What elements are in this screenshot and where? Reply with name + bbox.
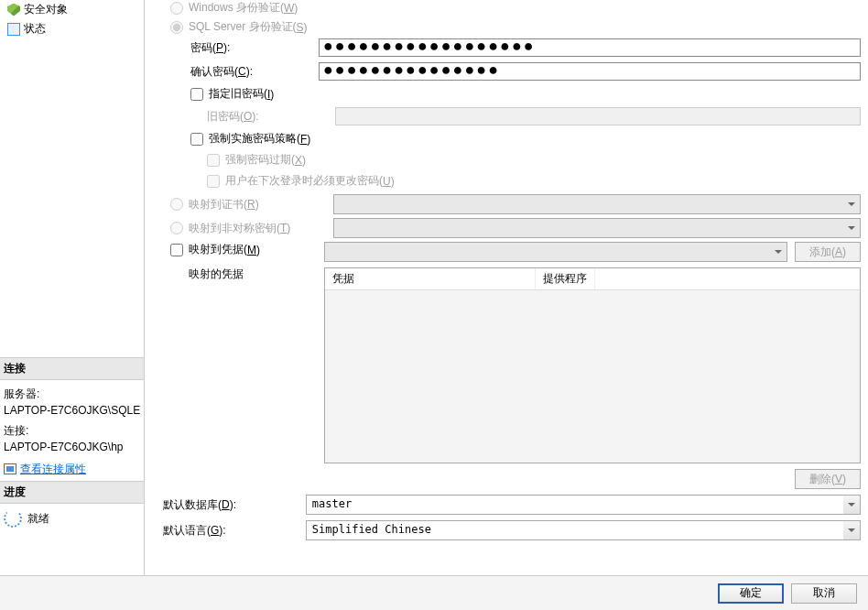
enforce-policy-check[interactable]: 强制实施密码策略(F) xyxy=(190,131,861,147)
confirm-password-label: 确认密码(C): xyxy=(190,64,319,80)
map-cert-combo xyxy=(333,194,861,214)
map-credentials-check[interactable]: 映射到凭据(M) xyxy=(170,242,317,257)
cancel-button[interactable]: 取消 xyxy=(791,583,857,604)
tree-item-label: 安全对象 xyxy=(24,2,68,17)
server-label: 服务器: xyxy=(4,386,140,402)
radio-windows-auth: Windows 身份验证(W) xyxy=(170,0,861,16)
page-tree: 安全对象 状态 xyxy=(0,0,144,357)
default-db-label: 默认数据库(D): xyxy=(163,497,306,513)
chevron-down-icon xyxy=(843,195,860,213)
credentials-grid[interactable]: 凭据 提供程序 xyxy=(324,267,861,463)
conn-value: LAPTOP-E7C6OJKG\hp xyxy=(4,439,140,455)
shield-icon xyxy=(7,4,20,16)
connection-body: 服务器: LAPTOP-E7C6OJKG\SQLE 连接: LAPTOP-E7C… xyxy=(0,380,144,481)
map-asym-combo xyxy=(333,218,861,238)
chevron-down-icon xyxy=(843,219,860,237)
grid-header: 凭据 提供程序 xyxy=(325,268,860,290)
enforce-expire-check: 强制密码过期(X) xyxy=(207,152,861,168)
must-change-checkbox xyxy=(207,175,220,188)
map-credentials-checkbox[interactable] xyxy=(170,244,183,256)
add-button: 添加(A) xyxy=(795,242,861,262)
col-credential: 凭据 xyxy=(325,268,536,289)
view-connection-properties-link[interactable]: 查看连接属性 xyxy=(4,461,140,477)
chevron-down-icon xyxy=(770,243,787,261)
progress-header: 进度 xyxy=(0,481,144,504)
col-provider: 提供程序 xyxy=(536,268,595,289)
properties-icon xyxy=(4,463,16,474)
specify-old-password-checkbox[interactable] xyxy=(190,88,203,101)
default-lang-label: 默认语言(G): xyxy=(163,523,306,539)
chevron-down-icon[interactable] xyxy=(843,496,860,514)
combo-value: Simplified Chinese xyxy=(307,521,843,539)
left-sidebar: 安全对象 状态 连接 服务器: LAPTOP-E7C6OJKG\SQLE 连接:… xyxy=(0,0,145,575)
tree-item-status[interactable]: 状态 xyxy=(4,19,140,38)
password-input[interactable]: ●●●●●●●●●●●●●●●●●● xyxy=(319,38,861,57)
default-lang-combo[interactable]: Simplified Chinese xyxy=(306,520,861,540)
progress-row: 就绪 xyxy=(0,504,144,533)
link-text: 查看连接属性 xyxy=(20,461,86,477)
radio-windows-auth-input xyxy=(170,2,183,15)
tree-item-label: 状态 xyxy=(24,21,46,37)
spinner-icon xyxy=(4,509,22,528)
tree-item-security-objects[interactable]: 安全对象 xyxy=(4,0,140,19)
must-change-check: 用户在下次登录时必须更改密码(U) xyxy=(207,173,861,189)
dialog-button-bar: 确定 取消 xyxy=(0,575,868,610)
radio-sql-auth: SQL Server 身份验证(S) xyxy=(170,19,861,35)
status-icon xyxy=(7,23,20,36)
default-db-combo[interactable]: master xyxy=(306,495,861,515)
enforce-expire-checkbox xyxy=(207,154,220,167)
radio-sql-auth-input xyxy=(170,21,183,34)
server-value: LAPTOP-E7C6OJKG\SQLE xyxy=(4,402,140,419)
ok-button[interactable]: 确定 xyxy=(718,583,784,604)
mapped-credentials-label: 映射的凭据 xyxy=(189,267,317,282)
right-content: Windows 身份验证(W) SQL Server 身份验证(S) 密码(P)… xyxy=(145,0,868,575)
password-label: 密码(P): xyxy=(190,40,319,56)
enforce-policy-checkbox[interactable] xyxy=(190,133,203,146)
conn-label: 连接: xyxy=(4,422,140,439)
old-password-label: 旧密码(O): xyxy=(207,109,335,125)
specify-old-password-check[interactable]: 指定旧密码(I) xyxy=(190,86,861,102)
chevron-down-icon[interactable] xyxy=(843,521,860,539)
map-cert-radio xyxy=(170,198,183,211)
map-asym-radio xyxy=(170,222,183,234)
delete-button: 删除(V) xyxy=(795,469,861,489)
connection-header: 连接 xyxy=(0,357,144,380)
progress-status: 就绪 xyxy=(27,511,49,527)
map-credentials-combo xyxy=(324,242,787,262)
old-password-input xyxy=(335,107,861,125)
combo-value: master xyxy=(307,496,843,514)
confirm-password-input[interactable]: ●●●●●●●●●●●●●●● xyxy=(319,62,861,81)
